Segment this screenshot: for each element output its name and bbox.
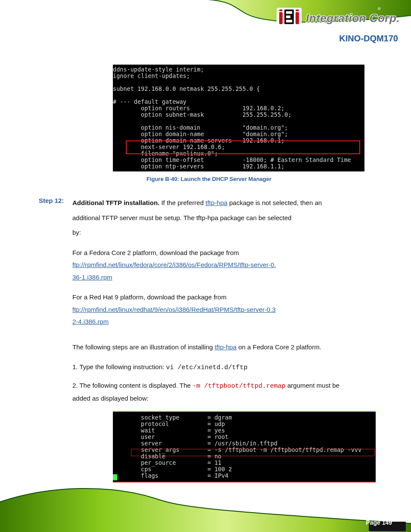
page-number: Page 149 — [366, 519, 392, 526]
step12-fc2a: For a Fedora Core 2 platform, download t… — [72, 249, 239, 256]
figure-terminal-1: ddns-update-style interim; ignore client… — [113, 65, 364, 171]
s2-highlight: -m /tftpboot/tftpd.remap — [193, 383, 286, 390]
main-column: ddns-update-style interim; ignore client… — [39, 65, 379, 482]
para-pkg: tftp-hpa — [215, 343, 237, 351]
step12-body: Additional TFTP installation. If the pre… — [72, 197, 379, 328]
s2b: argument must be — [286, 382, 339, 389]
figure-terminal-2: socket_type = dgram protocol = udp wait … — [113, 411, 376, 482]
para-after-step: The following steps are an illustration … — [72, 341, 379, 405]
svg-rect-1 — [279, 9, 283, 11]
header-banner: Integration Corp. KINO-DQM170 — [0, 0, 411, 48]
step12-lead: Additional TFTP installation. — [72, 199, 159, 206]
step12-fc2-link[interactable]: ftp://rpmfind.net/linux/fedora/core/2/i3… — [72, 261, 276, 268]
step12-rh9-link[interactable]: ftp://rpmfind.net/linux/redhat/9/en/os/i… — [72, 306, 276, 313]
s2a: The following content is displayed. The — [79, 382, 192, 389]
brand-block: Integration Corp. — [277, 8, 400, 28]
page-number-text: Page 149 — [366, 519, 392, 526]
terminal1-text: ddns-update-style interim; ignore client… — [113, 66, 364, 170]
step12-pkg: tftp-hpa — [206, 199, 227, 206]
step12-body3: additional TFTP server must be setup. Th… — [72, 212, 379, 224]
step-12: Step 12: Additional TFTP installation. I… — [39, 197, 379, 328]
s1a: Type the following instruction: — [79, 363, 166, 370]
step12-body4: by: — [72, 227, 379, 239]
para-line1b: on a Fedora Core 2 platform. — [237, 343, 321, 351]
figure1-caption: Figure B-40: Launch the DHCP Server Mana… — [39, 176, 379, 182]
para-line1a: The following steps are an illustration … — [72, 343, 215, 351]
sub-step-1: 1. Type the following instruction: vi /e… — [72, 361, 379, 374]
svg-rect-4 — [286, 16, 290, 18]
product-line: KINO-DQM170 — [339, 34, 398, 44]
sub-step-2: 2. The following content is displayed. T… — [72, 380, 379, 405]
brand-logo-icon — [277, 8, 302, 28]
s2c: added as displayed below: — [72, 392, 379, 405]
terminal2-highlight-box — [131, 449, 375, 456]
step12-rh9-link-tail[interactable]: 2-4.i386.rpm — [72, 318, 109, 325]
svg-rect-6 — [296, 12, 299, 24]
svg-rect-3 — [286, 11, 292, 14]
figure1-caption-text: Figure B-40: Launch the DHCP Server Mana… — [146, 176, 271, 182]
terminal2-text: socket_type = dgram protocol = udp wait … — [113, 414, 376, 479]
brand-name: Integration Corp. — [306, 12, 400, 25]
step12-body2: package is not selected, then an — [227, 199, 322, 206]
svg-rect-7 — [296, 9, 299, 11]
step12-fc2-link-tail[interactable]: 36-1.i386.rpm — [72, 274, 112, 281]
svg-rect-5 — [286, 20, 292, 22]
step12-number: Step 12: — [39, 197, 65, 328]
step12-fc2-block: For a Fedora Core 2 platform, download t… — [72, 247, 379, 284]
step12-body1: If the preferred — [161, 199, 206, 206]
s1-cmd: vi /etc/xinetd.d/tftp — [166, 364, 247, 371]
footer-banner: Page 149 — [0, 476, 411, 532]
svg-rect-0 — [279, 12, 283, 24]
step12-fc3a: For a Red Hat 9 platform, download the p… — [72, 293, 227, 301]
step12-rh9-block: For a Red Hat 9 platform, download the p… — [72, 291, 379, 328]
terminal1-highlight-box — [126, 140, 360, 154]
